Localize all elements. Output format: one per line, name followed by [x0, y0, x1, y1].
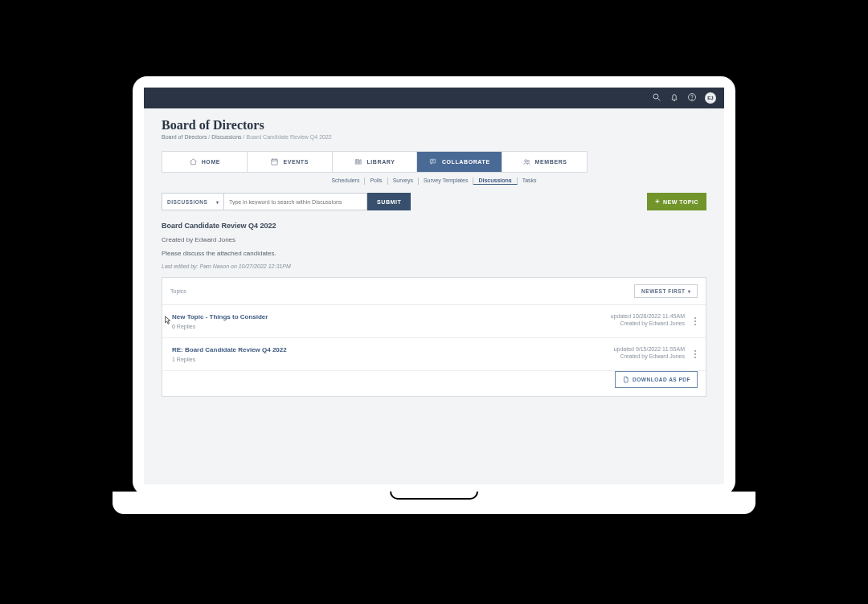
topic-row: RE: Board Candidate Review Q4 2022 1 Rep… — [162, 338, 706, 371]
breadcrumb-current: Board Candidate Review Q4 2022 — [246, 134, 331, 140]
new-topic-label: NEW TOPIC — [663, 199, 698, 205]
thread-last-edited: Last edited by: Pam Nason on 10/27/2022 … — [162, 263, 706, 269]
document-icon — [622, 376, 629, 383]
tab-collaborate[interactable]: COLLABORATE — [417, 152, 502, 172]
topic-title-link[interactable]: RE: Board Candidate Review Q4 2022 — [172, 346, 287, 353]
topic-updated: updated 9/15/2022 11:55AM — [614, 346, 685, 352]
home-icon — [189, 157, 198, 166]
laptop-base — [113, 492, 755, 514]
tab-members[interactable]: MEMBERS — [502, 152, 587, 172]
thread-description: Please discuss the attached candidates. — [162, 250, 706, 257]
topbar: EJ — [144, 88, 724, 108]
download-pdf-button[interactable]: DOWNLOAD AS PDF — [615, 371, 698, 388]
page-title: Board of Directors — [162, 118, 706, 133]
breadcrumb-link-1[interactable]: Discussions — [211, 134, 241, 140]
subtab-polls[interactable]: Polls — [365, 178, 387, 185]
avatar[interactable]: EJ — [705, 92, 716, 104]
topic-replies: 0 Replies — [172, 324, 268, 329]
topics-box: Topics NEWEST FIRST ▾ New Topic - Things… — [162, 277, 706, 397]
topic-title-link[interactable]: New Topic - Things to Consider — [172, 313, 268, 320]
subtabs: Schedulers Polls Surveys Survey Template… — [144, 178, 724, 185]
search-scope-select[interactable]: DISCUSSIONS ▾ — [162, 193, 224, 210]
new-topic-button[interactable]: + NEW TOPIC — [647, 193, 706, 210]
chevron-down-icon: ▾ — [216, 199, 219, 205]
thread-title: Board Candidate Review Q4 2022 — [162, 222, 706, 230]
tab-events-label: EVENTS — [283, 159, 309, 165]
topic-created-by: Created by Edward Jones — [611, 320, 685, 326]
topic-row: New Topic - Things to Consider 0 Replies… — [162, 305, 706, 338]
topic-created-by: Created by Edward Jones — [614, 353, 685, 359]
calendar-icon — [270, 157, 279, 166]
chevron-down-icon: ▾ — [688, 288, 691, 294]
page-header: Board of Directors Board of Directors / … — [144, 108, 724, 146]
tab-collaborate-label: COLLABORATE — [442, 159, 490, 165]
tab-library[interactable]: LIBRARY — [333, 152, 418, 172]
tab-events[interactable]: EVENTS — [248, 152, 333, 172]
svg-rect-9 — [430, 159, 435, 163]
tab-home[interactable]: HOME — [162, 152, 248, 172]
thread-creator: Created by Edward Jones — [162, 236, 706, 243]
bell-icon[interactable] — [669, 91, 679, 105]
laptop-notch — [390, 492, 478, 500]
svg-line-1 — [658, 99, 661, 101]
plus-icon: + — [655, 198, 660, 206]
subtab-tasks[interactable]: Tasks — [518, 178, 542, 185]
tab-library-label: LIBRARY — [366, 159, 395, 165]
search-icon[interactable] — [652, 91, 661, 105]
subtab-surveys[interactable]: Surveys — [388, 178, 419, 185]
kebab-menu[interactable] — [691, 346, 699, 362]
topic-replies: 1 Replies — [172, 357, 287, 362]
tab-home-label: HOME — [202, 159, 220, 165]
cursor-icon — [165, 313, 171, 322]
help-icon[interactable] — [687, 91, 697, 105]
subtab-schedulers[interactable]: Schedulers — [326, 178, 365, 185]
chat-icon — [429, 157, 438, 166]
kebab-menu[interactable] — [691, 313, 699, 329]
topics-header: Topics NEWEST FIRST ▾ — [162, 278, 706, 305]
topic-meta: updated 9/15/2022 11:55AM Created by Edw… — [614, 346, 685, 362]
thread-info: Board Candidate Review Q4 2022 Created b… — [162, 222, 706, 269]
sort-button[interactable]: NEWEST FIRST ▾ — [634, 284, 698, 298]
app-screen: EJ Board of Directors Board of Directors… — [144, 88, 724, 484]
breadcrumb: Board of Directors / Discussions / Board… — [162, 134, 706, 140]
subtab-survey-templates[interactable]: Survey Templates — [419, 178, 474, 185]
laptop-frame: EJ Board of Directors Board of Directors… — [133, 76, 735, 496]
members-icon — [522, 157, 531, 166]
topics-header-label: Topics — [170, 288, 186, 294]
search-input[interactable] — [224, 193, 367, 210]
tab-members-label: MEMBERS — [535, 159, 567, 165]
topic-meta: updated 10/28/2022 11:45AM Created by Ed… — [611, 313, 685, 329]
topic-updated: updated 10/28/2022 11:45AM — [611, 313, 685, 319]
svg-point-0 — [653, 94, 658, 99]
library-icon — [354, 157, 362, 166]
avatar-initials: EJ — [707, 96, 713, 100]
subtab-discussions[interactable]: Discussions — [473, 178, 517, 185]
svg-rect-5 — [272, 159, 277, 165]
svg-point-12 — [524, 160, 526, 162]
breadcrumb-link-0[interactable]: Board of Directors — [162, 134, 207, 140]
search-row: DISCUSSIONS ▾ SUBMIT + NEW TOPIC — [162, 193, 706, 210]
submit-button[interactable]: SUBMIT — [367, 193, 411, 210]
download-pdf-label: DOWNLOAD AS PDF — [633, 377, 690, 382]
main-tabs: HOME EVENTS LIBRARY COLLABORATE MEMBERS — [162, 151, 588, 173]
svg-point-4 — [692, 99, 693, 100]
svg-point-13 — [527, 160, 529, 161]
sort-label: NEWEST FIRST — [641, 288, 685, 294]
search-scope-label: DISCUSSIONS — [167, 199, 207, 205]
